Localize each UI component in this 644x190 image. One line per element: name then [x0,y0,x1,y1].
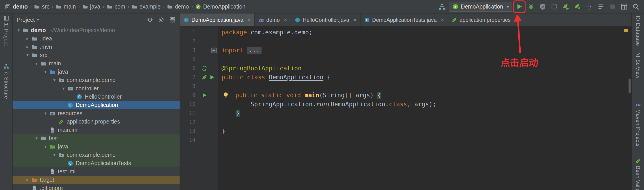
tree-item-java[interactable]: ▾java [12,68,180,76]
inspection-status-badge[interactable] [624,29,628,32]
line-number[interactable]: 8 [180,82,200,91]
breadcrumb-item-example[interactable]: example [131,3,162,10]
line-number[interactable]: 3 [180,46,200,55]
breadcrumb-item-src[interactable]: src [33,3,50,10]
tab-demoapplication-java[interactable]: CDemoApplication.java× [180,14,254,26]
bulb-icon[interactable] [222,92,229,98]
chevron-down-icon[interactable]: ▾ [50,77,58,83]
tool-window-button-1-project[interactable]: 1: Project [3,15,9,46]
chevron-right-icon[interactable]: ▸ [24,177,31,182]
breadcrumb-item-demo[interactable]: demo [4,3,29,10]
line-number[interactable]: 12 [180,118,200,127]
breadcrumb-item-demo[interactable]: demo [166,3,190,10]
line-number[interactable]: 6 [180,64,200,73]
line-number[interactable]: 13 [180,127,200,136]
tree-item-mvn[interactable]: ▸.mvn [12,43,180,51]
window-layout-button[interactable] [619,2,629,12]
tree-item-com-example-demo[interactable]: ▾com.example.demo [12,76,180,84]
chevron-down-icon[interactable]: ▾ [33,136,40,141]
line-number[interactable]: 11 [180,109,200,118]
chevron-down-icon[interactable]: ▾ [42,69,49,74]
tree-item-src[interactable]: ▾src [12,51,180,59]
chevron-down-icon[interactable]: ▾ [33,61,40,66]
spring-leaf-icon[interactable] [201,74,208,80]
tree-item-controller[interactable]: ▾controller [12,84,180,92]
debug-button[interactable] [526,2,536,12]
spring-run-button[interactable] [561,2,570,12]
tree-item-test-iml[interactable]: test.iml [12,167,180,176]
close-tab-icon[interactable]: × [441,16,444,23]
chevron-down-icon[interactable]: ▾ [24,53,31,58]
run-with-coverage-button[interactable] [538,2,547,12]
editor-scrollbar-thumb[interactable] [628,79,630,93]
line-number[interactable]: 14 [180,136,200,145]
tree-item-main[interactable]: ▾main [12,59,180,68]
close-tab-icon[interactable]: × [284,16,287,23]
tab-demoapplicationtests-java[interactable]: CDemoApplicationTests.java× [360,14,448,26]
collapse-all-button[interactable] [168,16,176,24]
chevron-down-icon[interactable]: ▾ [15,28,22,33]
tree-item-com-example-demo[interactable]: ▾com.example.demo [12,151,180,159]
line-number[interactable]: 7 [180,73,200,82]
tree-item-hellocontroller[interactable]: CHelloController [12,92,180,101]
tree-item-target[interactable]: ▸target [12,176,180,184]
tree-item-idea[interactable]: ▸.idea [12,34,180,43]
tree-item-resources[interactable]: ▾resources [12,109,180,118]
tool-window-button-7-structure[interactable]: 7: Structure [3,63,9,99]
line-number[interactable]: 1 [180,28,200,37]
search-everywhere-button[interactable] [631,2,640,12]
stop-button[interactable] [608,2,617,12]
tab-demo[interactable]: mdemo× [254,14,291,26]
tree-item-demo[interactable]: ▾demo~/Work/IdeaProjects/demo [12,26,180,34]
code-editor[interactable]: 1package com.example.demo;23import ...56… [180,27,632,190]
tab-application-properties[interactable]: application.properties× [448,14,522,26]
line-number[interactable]: 2 [180,37,200,46]
close-tab-icon[interactable]: × [248,16,251,23]
chevron-down-icon[interactable]: ▾ [42,144,49,149]
tree-item-demoapplicationtests[interactable]: CDemoApplicationTests [12,159,180,167]
chevron-right-icon[interactable]: ▸ [24,36,31,41]
breadcrumb-item-main[interactable]: main [55,3,76,10]
tool-window-button-bean-validation[interactable]: Bean Validation [635,158,641,190]
line-number[interactable]: 5 [180,55,200,64]
console-button[interactable] [596,2,606,12]
play-icon[interactable] [209,74,215,80]
tree-item-demoapplication[interactable]: CDemoApplication [12,101,180,109]
settings-button[interactable] [157,16,165,24]
tree-item-application-properties[interactable]: application.properties [12,118,180,126]
locate-button[interactable] [146,16,154,24]
globe-button[interactable] [584,2,594,12]
chevron-right-icon[interactable]: ▸ [24,44,31,49]
tab-label: HelloController.java [303,17,349,23]
breadcrumb-item-com[interactable]: com [106,3,126,10]
tree-item-main-iml[interactable]: main.iml [12,126,180,134]
fold-plus-icon[interactable] [211,47,217,53]
chevron-down-icon[interactable]: ▾ [42,111,49,116]
tab-hellocontroller-java[interactable]: CHelloController.java× [291,14,360,26]
spring-debug-button[interactable] [573,2,582,12]
chevron-down-icon[interactable]: ▾ [50,152,58,157]
line-number[interactable]: 9 [180,91,200,100]
tool-window-button-database[interactable]: Database [635,15,641,46]
run-config-selector[interactable]: DemoApplication▾ [449,2,512,12]
breadcrumb-item-java[interactable]: java [81,3,101,10]
line-number[interactable]: 10 [180,100,200,109]
tree-item-label: src [40,52,47,58]
tree-item-gitignore[interactable]: .gitignore [12,184,180,190]
tool-window-button-maven-projects[interactable]: mMaven Projects [635,102,641,147]
chevron-down-icon[interactable]: ▾ [60,86,67,91]
breadcrumb-item-demoapplication[interactable]: DemoApplication [194,3,246,10]
close-tab-icon[interactable]: × [514,16,518,23]
profiler-button[interactable] [550,2,559,12]
close-tab-icon[interactable]: × [353,16,357,23]
play-icon[interactable] [201,92,208,98]
run-button[interactable]: 点击启动 [514,2,524,12]
tree-item-java[interactable]: ▾java [12,142,180,151]
project-panel-title[interactable]: Project ▾ [16,16,39,23]
tree-item-label: main [49,60,61,67]
bean-icon[interactable] [201,65,208,71]
structure-button[interactable] [437,2,447,12]
code-line-7: 7public class DemoApplication { [180,73,632,82]
tool-window-button-sciview[interactable]: SciView [635,52,641,78]
tree-item-test[interactable]: ▾test [12,134,180,142]
